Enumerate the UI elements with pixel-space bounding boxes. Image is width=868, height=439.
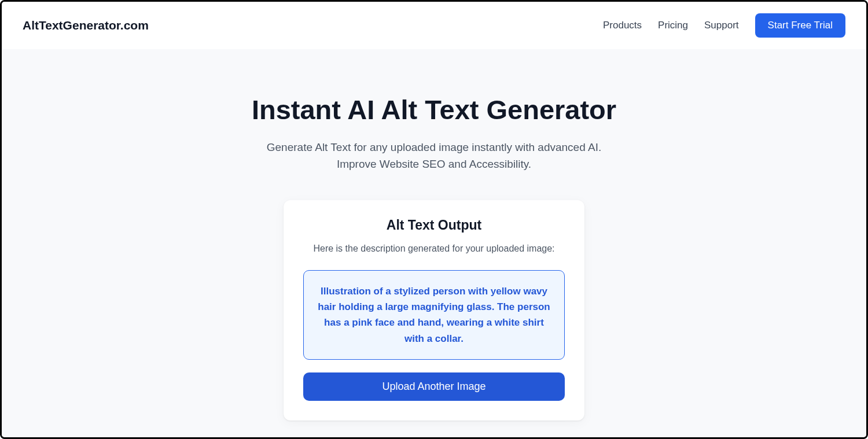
card-subtitle: Here is the description generated for yo… — [303, 244, 565, 254]
header: AltTextGenerator.com Products Pricing Su… — [2, 2, 866, 49]
nav-link-pricing[interactable]: Pricing — [658, 20, 688, 31]
nav-link-products[interactable]: Products — [603, 20, 642, 31]
start-free-trial-button[interactable]: Start Free Trial — [755, 13, 845, 38]
output-card: Alt Text Output Here is the description … — [284, 200, 584, 420]
main-content: Instant AI Alt Text Generator Generate A… — [2, 49, 866, 439]
upload-another-image-button[interactable]: Upload Another Image — [303, 372, 565, 401]
hero-subtitle: Generate Alt Text for any uploaded image… — [249, 139, 619, 172]
nav: Products Pricing Support Start Free Tria… — [603, 13, 845, 38]
alt-text-output-box: Illustration of a stylized person with y… — [303, 270, 565, 360]
logo[interactable]: AltTextGenerator.com — [23, 19, 149, 32]
hero-title: Instant AI Alt Text Generator — [214, 94, 654, 126]
nav-link-support[interactable]: Support — [704, 20, 739, 31]
alt-text-output: Illustration of a stylized person with y… — [318, 283, 550, 346]
card-title: Alt Text Output — [303, 217, 565, 233]
